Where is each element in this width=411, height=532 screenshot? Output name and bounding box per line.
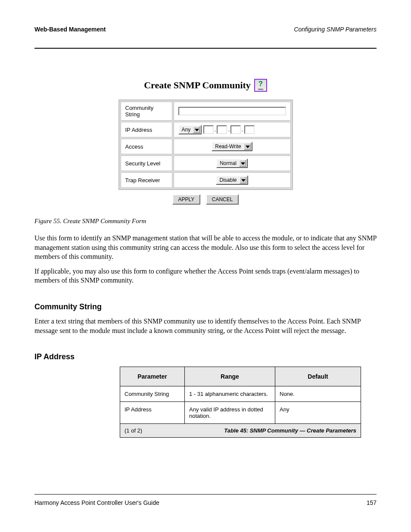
- ip-octet-2[interactable]: [217, 125, 227, 134]
- chevron-down-icon: [193, 126, 200, 133]
- table-caption: Table 45: SNMP Community — Create Parame…: [224, 427, 356, 434]
- apply-button[interactable]: APPLY: [172, 194, 201, 205]
- community-string-label: Community String: [121, 102, 172, 121]
- paragraph: If applicable, you may also use this for…: [34, 267, 377, 285]
- section-heading-ip-address: IP Address: [34, 352, 377, 361]
- table-row: Community String 1 - 31 alphanumeric cha…: [120, 386, 361, 402]
- figure-caption: Figure 55. Create SNMP Community Form: [34, 218, 377, 225]
- ip-mode-value: Any: [182, 127, 191, 133]
- question-mark-icon: ?: [258, 80, 263, 88]
- help-icon[interactable]: ? Help: [254, 79, 267, 92]
- snmp-form: Community String IP Address Any ... Acce…: [118, 100, 293, 190]
- trap-receiver-label: Trap Receiver: [121, 172, 172, 188]
- ip-mode-select[interactable]: Any: [178, 125, 202, 134]
- parameters-table: Parameter Range Default Community String…: [120, 367, 361, 438]
- community-string-input[interactable]: [178, 107, 286, 115]
- paragraph: Use this form to identify an SNMP manage…: [34, 233, 377, 261]
- footer-doc-title: Harmony Access Point Controller User's G…: [34, 499, 159, 506]
- security-level-select[interactable]: Normal: [216, 159, 248, 168]
- access-label: Access: [121, 139, 172, 154]
- security-level-value: Normal: [220, 160, 237, 166]
- paragraph: Enter a text string that members of this…: [34, 317, 377, 335]
- header-subsection: Configuring SNMP Parameters: [294, 26, 377, 33]
- section-heading-community-string: Community String: [34, 302, 377, 311]
- trap-receiver-select[interactable]: Disable: [216, 175, 248, 185]
- ip-octet-1[interactable]: [203, 125, 214, 134]
- page-number: 157: [367, 499, 377, 506]
- security-level-label: Security Level: [121, 156, 172, 171]
- table-header: Range: [185, 367, 275, 386]
- header-section: Web-Based Management: [34, 26, 106, 33]
- header-rule: [34, 48, 377, 49]
- table-header: Parameter: [120, 367, 185, 386]
- table-caption-row: (1 of 2) Table 45: SNMP Community — Crea…: [120, 424, 361, 438]
- chevron-down-icon: [240, 177, 246, 184]
- table-page-marker: (1 of 2): [125, 427, 142, 434]
- access-value: Read-Write: [215, 143, 241, 149]
- table-header: Default: [275, 367, 361, 386]
- access-select[interactable]: Read-Write: [212, 142, 252, 151]
- ip-address-label: IP Address: [121, 122, 172, 137]
- ip-octet-4[interactable]: [244, 125, 255, 134]
- table-row: IP Address Any valid IP address in dotte…: [120, 402, 361, 424]
- chevron-down-icon: [239, 160, 246, 167]
- form-title: Create SNMP Community: [144, 80, 251, 91]
- ip-octet-3[interactable]: [230, 125, 241, 134]
- trap-receiver-value: Disable: [219, 177, 237, 183]
- cancel-button[interactable]: CANCEL: [206, 194, 239, 205]
- chevron-down-icon: [244, 143, 251, 150]
